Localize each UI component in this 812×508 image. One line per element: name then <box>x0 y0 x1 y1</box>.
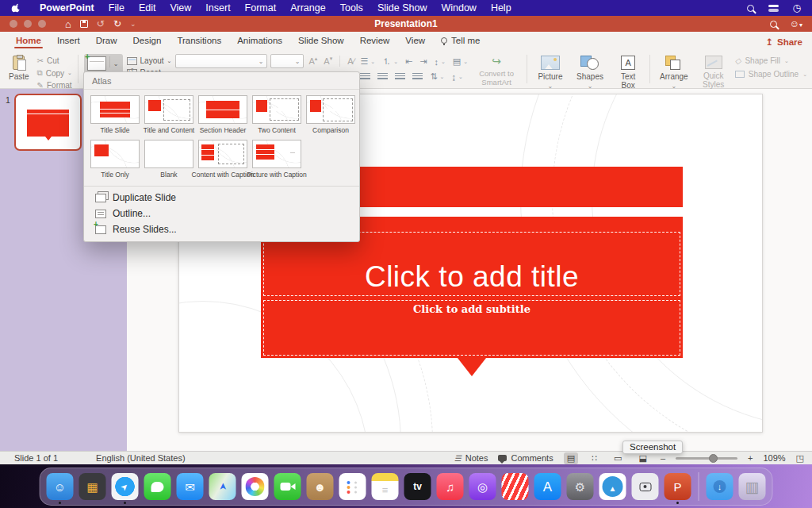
save-icon[interactable] <box>80 20 88 28</box>
layout-option-content-with-caption[interactable]: Content with Caption <box>198 140 247 179</box>
tab-review[interactable]: Review <box>352 33 398 50</box>
menu-item[interactable]: Tools <box>333 2 370 13</box>
paste-button[interactable]: Paste <box>5 54 33 90</box>
control-center-icon[interactable] <box>768 5 779 12</box>
window-close-button[interactable] <box>10 20 17 28</box>
text-direction-button[interactable]: ⇅ <box>430 71 437 82</box>
quick-styles-button[interactable]: Quick Styles <box>696 54 731 92</box>
arrange-button[interactable]: Arrange ⌄ <box>656 54 692 92</box>
window-minimize-button[interactable] <box>24 20 32 28</box>
line-spacing-button[interactable]: ↕ <box>434 57 439 67</box>
shapes-button[interactable]: Shapes ⌄ <box>572 54 608 92</box>
dock-icon-downloads[interactable]: ↓ <box>707 473 733 500</box>
menu-item[interactable]: View <box>163 2 198 13</box>
numbering-button[interactable]: ⒈ <box>382 56 391 67</box>
menubar-search-icon[interactable] <box>747 5 754 12</box>
shape-outline-button[interactable]: Shape Outline⌄ <box>735 70 807 79</box>
tab-insert[interactable]: Insert <box>49 33 88 50</box>
menu-item[interactable]: PowerPoint <box>33 2 102 13</box>
tab-draw[interactable]: Draw <box>88 33 125 50</box>
tab-slide-show[interactable]: Slide Show <box>290 33 352 50</box>
home-quick-icon[interactable]: ⌂ <box>65 19 71 29</box>
dock-icon-screenshot[interactable] <box>632 473 659 500</box>
menu-item[interactable]: Window <box>434 2 483 13</box>
menu-item[interactable]: File <box>102 2 132 13</box>
text-box-button[interactable]: A Text Box <box>612 54 644 92</box>
menu-item[interactable]: Arrange <box>283 2 332 13</box>
dock-icon-notes[interactable]: ≡ <box>372 473 399 500</box>
layout-option-title-and-content[interactable]: Title and Content <box>144 95 193 134</box>
dock-icon-safari[interactable]: ➤ <box>112 473 139 500</box>
menu-item[interactable]: Slide Show <box>370 2 435 13</box>
undo-icon[interactable]: ↺ <box>97 18 105 29</box>
menu-item[interactable]: Insert <box>198 2 237 13</box>
picture-button[interactable]: Picture ⌄ <box>533 54 568 92</box>
copy-button[interactable]: ⧉Copy⌄ <box>37 68 72 78</box>
dock-icon-settings[interactable]: ⚙ <box>567 473 594 500</box>
shrink-font-button[interactable]: A▾ <box>322 56 334 66</box>
dock-icon-apple-tv[interactable]: tv <box>404 473 431 500</box>
tab-transitions[interactable]: Transitions <box>169 33 229 50</box>
fit-to-window-button[interactable]: ◳ <box>796 453 804 464</box>
dock-icon-mail[interactable]: ✉ <box>177 473 204 500</box>
zoom-slider-knob[interactable] <box>709 454 718 463</box>
tab-animations[interactable]: Animations <box>229 33 290 50</box>
grow-font-button[interactable]: A▴ <box>307 56 319 66</box>
clear-formatting-button[interactable]: A∕ <box>346 56 356 66</box>
columns-button[interactable]: ▤ <box>453 56 461 67</box>
layout-button[interactable]: Layout⌄ <box>127 56 172 65</box>
menubar-clock-icon[interactable]: ◷ <box>793 3 801 13</box>
dock-icon-finder[interactable]: ☺ <box>47 473 74 500</box>
tab-view[interactable]: View <box>397 33 433 50</box>
align-text-button[interactable]: ↨ <box>451 72 456 82</box>
menu-action-outline[interactable]: Outline... <box>84 206 359 221</box>
account-smiley-icon[interactable]: ☺▾ <box>790 18 802 29</box>
layout-option-comparison[interactable]: Comparison <box>306 95 355 134</box>
zoom-slider[interactable] <box>676 457 737 460</box>
subtitle-placeholder[interactable]: Click to add subtitle <box>263 300 680 356</box>
new-slide-dropdown-arrow[interactable]: ⌄ <box>109 56 121 67</box>
slideshow-button[interactable]: ▭ <box>611 452 625 464</box>
layout-option-title-only[interactable]: Title Only <box>90 140 140 179</box>
font-name-select[interactable]: ⌄ <box>175 54 267 68</box>
dock-icon-app-store[interactable]: A <box>534 473 561 500</box>
slide-sorter-button[interactable]: ∷ <box>588 452 600 464</box>
tab-tell-me[interactable]: Tell me <box>433 33 488 50</box>
dock-icon-maps[interactable]: ➤ <box>209 473 236 500</box>
layout-option-title-slide[interactable]: Title Slide <box>90 95 140 134</box>
align-right-button[interactable] <box>395 73 405 81</box>
notes-button[interactable]: ☰Notes <box>454 453 488 463</box>
apple-logo-icon[interactable] <box>11 3 21 13</box>
redo-icon[interactable]: ↻ <box>113 18 121 29</box>
menu-action-duplicate-slide[interactable]: Duplicate Slide <box>84 190 359 206</box>
convert-to-smartart-button[interactable]: ↪ Convert to SmartArt <box>472 54 521 88</box>
cut-button[interactable]: ✂Cut <box>37 56 72 65</box>
dock-icon-mountain-app[interactable]: ▲ <box>599 473 626 500</box>
tab-home[interactable]: Home <box>8 33 49 50</box>
layout-option-picture-with-caption[interactable]: Picture with Caption <box>252 140 301 179</box>
tab-design[interactable]: Design <box>125 33 170 50</box>
layout-option-two-content[interactable]: Two Content <box>252 95 301 134</box>
share-button[interactable]: ↥ Share <box>765 37 802 48</box>
dock-icon-news[interactable] <box>502 473 529 500</box>
layout-option-section-header[interactable]: Section Header <box>198 95 247 134</box>
titlebar-search-icon[interactable] <box>770 21 777 28</box>
dock-icon-reminders[interactable] <box>339 473 366 500</box>
comments-button[interactable]: Comments <box>498 453 553 463</box>
dock-icon-trash[interactable]: ▥ <box>739 473 766 500</box>
zoom-out-button[interactable]: – <box>661 453 665 463</box>
zoom-in-button[interactable]: + <box>748 453 753 463</box>
align-left-button[interactable] <box>360 73 370 81</box>
dock-icon-facetime[interactable] <box>274 473 301 500</box>
menu-item[interactable]: Format <box>238 2 284 13</box>
dock-icon-contacts[interactable]: ☻ <box>307 473 334 500</box>
bullets-button[interactable]: ☰ <box>360 56 368 67</box>
normal-view-button[interactable]: ▤ <box>564 452 578 464</box>
language-label[interactable]: English (United States) <box>96 453 186 463</box>
menu-item[interactable]: Edit <box>132 2 163 13</box>
justify-button[interactable] <box>412 73 423 81</box>
menu-action-reuse-slides[interactable]: Reuse Slides... <box>84 221 359 237</box>
window-zoom-button[interactable] <box>38 20 46 28</box>
zoom-level-label[interactable]: 109% <box>763 453 785 463</box>
dock-icon-powerpoint[interactable]: P <box>665 473 691 500</box>
